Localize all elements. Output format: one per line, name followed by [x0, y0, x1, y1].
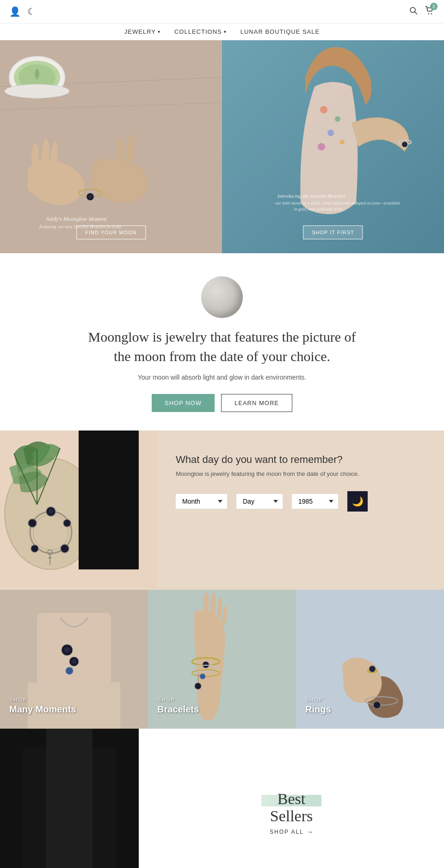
svg-line-1 [415, 12, 418, 14]
shop-categories-section: SHOP Many Moments S [0, 590, 444, 729]
date-picker-title: What day do you want to remember? [176, 454, 426, 466]
date-picker-content: What day do you want to remember? Moongl… [157, 431, 444, 590]
hero-left-image: Saidy's Moonglow Moment featuring our ne… [0, 40, 222, 253]
svg-point-42 [31, 545, 38, 552]
site-header: 👤 ☾ 0 [0, 0, 444, 24]
svg-point-19 [320, 106, 327, 113]
svg-point-14 [88, 195, 92, 199]
shop-now-button[interactable]: SHOP NOW [152, 394, 215, 412]
bottom-art-section: Best Sellers SHOP ALL → [0, 729, 444, 868]
search-icon[interactable] [409, 6, 418, 18]
moon-heading: Moonglow is jewelry that features the pi… [83, 327, 361, 366]
shop-all-label: SHOP ALL [270, 829, 304, 835]
svg-rect-35 [79, 431, 139, 569]
bracelet-display-image [0, 431, 157, 588]
svg-point-41 [61, 544, 69, 553]
shop-all-link[interactable]: SHOP ALL → [270, 828, 313, 836]
main-nav: JEWELRY ▾ COLLECTIONS ▾ LUNAR BOUTIQUE S… [0, 24, 444, 40]
svg-text:Saidy's Moonglow Moment: Saidy's Moonglow Moment [46, 216, 107, 222]
moon-subtext: Your moon will absorb light and glow in … [9, 374, 435, 381]
svg-point-0 [410, 7, 415, 12]
svg-point-2 [428, 13, 429, 14]
moon-mode-icon[interactable]: ☾ [27, 6, 36, 17]
best-sellers-header: Best Sellers SHOP ALL → [270, 790, 313, 836]
svg-point-21 [327, 130, 334, 136]
moon-preview-icon: 🌙 [352, 496, 364, 507]
hero-right-btn[interactable]: SHOP IT FIRST [303, 225, 363, 239]
best-sellers-section: Best Sellers SHOP ALL → [139, 729, 444, 868]
moon-illustration [201, 276, 243, 318]
learn-more-button[interactable]: LEARN MORE [221, 394, 292, 412]
svg-point-48 [64, 647, 70, 653]
cart-count-badge: 0 [430, 3, 438, 10]
year-select[interactable]: 1985 198019811982 198319841986 198719881… [292, 494, 338, 509]
svg-point-50 [72, 659, 76, 664]
shop-cat-label-1: SHOP Many Moments [9, 697, 76, 715]
svg-point-40 [63, 519, 71, 527]
svg-point-65 [371, 668, 374, 671]
svg-point-39 [49, 509, 53, 514]
svg-point-61 [200, 674, 205, 679]
nav-item-collections[interactable]: COLLECTIONS ▾ [174, 28, 227, 35]
hero-section: Saidy's Moonglow Moment featuring our ne… [0, 40, 444, 253]
svg-text:in gold, rose gold and silver.: in gold, rose gold and silver. [294, 207, 344, 212]
hero-left-panel: Saidy's Moonglow Moment featuring our ne… [0, 40, 222, 253]
hero-right-image: Introducing the Satellite Bracelet our m… [222, 40, 444, 253]
best-sellers-line1: Best [270, 790, 313, 807]
shop-cat-rings[interactable]: SHOP Rings [296, 590, 444, 729]
svg-point-23 [318, 143, 325, 150]
shop-cat-many-moments[interactable]: SHOP Many Moments [0, 590, 148, 729]
best-sellers-title: Best Sellers [270, 790, 313, 825]
moon-buttons: SHOP NOW LEARN MORE [9, 394, 435, 412]
date-picker-section: What day do you want to remember? Moongl… [0, 431, 444, 590]
header-right-icons: 0 [409, 6, 435, 18]
nav-item-jewelry[interactable]: JEWELRY ▾ [124, 28, 160, 35]
svg-point-22 [340, 140, 345, 144]
hero-left-btn[interactable]: FIND YOUR MOON [76, 225, 146, 239]
shop-all-arrow: → [307, 828, 313, 836]
svg-point-51 [66, 667, 73, 674]
black-panel [0, 729, 139, 868]
day-select[interactable]: Day 1234 5101520 2528293031 [236, 494, 283, 509]
date-picker-left-art [0, 431, 157, 590]
svg-point-3 [431, 13, 432, 14]
svg-text:our mini moon on a sleek, soli: our mini moon on a sleek, solid chain wi… [275, 201, 400, 206]
nav-label-jewelry: JEWELRY [124, 28, 156, 35]
svg-point-43 [28, 519, 37, 527]
cart-icon-wrapper[interactable]: 0 [425, 6, 435, 18]
nav-arrow-collections: ▾ [224, 29, 227, 34]
nav-item-sale[interactable]: LUNAR BOUTIQUE SALE [240, 28, 320, 35]
moon-description-section: Moonglow is jewelry that features the pi… [0, 253, 444, 431]
svg-point-11 [5, 84, 69, 98]
nav-label-sale: LUNAR BOUTIQUE SALE [240, 28, 320, 35]
svg-point-20 [335, 116, 340, 122]
moon-preview-button[interactable]: 🌙 [347, 491, 368, 512]
nav-arrow-jewelry: ▾ [158, 29, 160, 34]
svg-text:Introducing the Satellite Brac: Introducing the Satellite Bracelet [277, 193, 345, 199]
date-select-row: Month JanuaryFebruaryMarch AprilMayJune … [176, 491, 426, 512]
hero-right-panel: Introducing the Satellite Bracelet our m… [222, 40, 444, 253]
black-panel-art [0, 729, 139, 868]
date-picker-subtitle: Moonglow is jewelry featuring the moon f… [176, 470, 426, 477]
shop-cat-label-2: SHOP Bracelets [157, 697, 199, 715]
svg-point-26 [403, 143, 406, 146]
best-sellers-line2: Sellers [270, 807, 313, 824]
svg-point-67 [373, 701, 381, 709]
month-select[interactable]: Month JanuaryFebruaryMarch AprilMayJune … [176, 494, 227, 509]
svg-point-60 [195, 683, 201, 689]
shop-cat-label-3: SHOP Rings [305, 697, 331, 715]
header-left-icons: 👤 ☾ [9, 6, 36, 17]
nav-label-collections: COLLECTIONS [174, 28, 222, 35]
shop-cat-bracelets[interactable]: SHOP Bracelets [148, 590, 296, 729]
user-icon[interactable]: 👤 [9, 6, 21, 17]
